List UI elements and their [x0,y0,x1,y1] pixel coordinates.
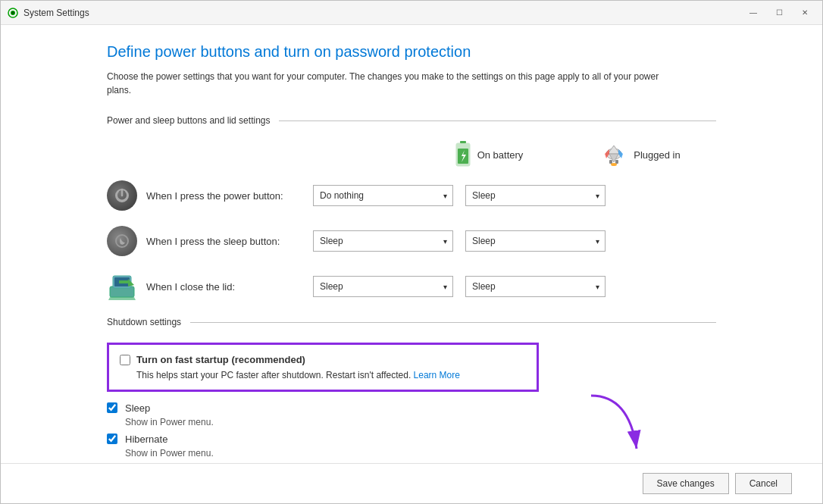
power-battery-dropdown-wrapper: Do nothing Sleep Hibernate Shut down Tur… [313,185,453,206]
window-controls: — ☐ ✕ [742,5,816,20]
svg-rect-11 [615,160,618,164]
sleep-button-row: When I press the sleep button: Sleep Do … [107,226,716,256]
fast-startup-description: This helps start your PC faster after sh… [136,370,526,380]
lid-battery-dropdown[interactable]: Sleep Do nothing Hibernate Shut down [313,276,453,297]
plugged-col-header: Plugged in [565,143,716,166]
sleep-button-label: When I press the sleep button: [146,236,313,247]
sleep-checkbox[interactable] [107,402,117,413]
battery-icon [455,141,471,168]
cancel-button[interactable]: Cancel [735,473,792,494]
sleep-plugged-dropdown[interactable]: Sleep Do nothing Hibernate Shut down [465,230,606,252]
shutdown-section: Turn on fast startup (recommended) This … [107,343,716,463]
main-content: Define power buttons and turn on passwor… [1,25,822,463]
hibernate-checkbox[interactable] [107,434,117,444]
hibernate-label: Hibernate [125,434,167,445]
footer: Save changes Cancel [1,463,822,503]
power-plugged-dropdown[interactable]: Sleep Do nothing Hibernate Shut down [465,185,606,206]
power-button-icon [107,180,137,211]
close-button[interactable]: ✕ [793,5,816,20]
main-window: System Settings — ☐ ✕ Define power butto… [0,0,823,504]
titlebar: System Settings — ☐ ✕ [1,1,822,25]
section1-line [279,121,716,121]
fast-startup-checkbox[interactable] [120,355,130,365]
sleep-label: Sleep [125,402,150,414]
sleep-battery-dropdown[interactable]: Sleep Do nothing Hibernate Shut down [313,230,453,252]
learn-more-link[interactable]: Learn More [414,370,460,380]
sleep-button-dropdowns: Sleep Do nothing Hibernate Shut down ▾ S… [313,230,606,252]
section2-divider: Shutdown settings [107,317,716,327]
section1-divider: Power and sleep buttons and lid settings [107,115,716,126]
power-button-dropdowns: Do nothing Sleep Hibernate Shut down Tur… [313,185,606,206]
titlebar-left: System Settings [7,7,89,19]
battery-col-header: On battery [413,141,565,168]
column-headers: On battery Plugged in [107,141,716,168]
page-description: Choose the power settings that you want … [107,70,675,97]
lid-label: When I close the lid: [146,281,313,293]
window-title: System Settings [23,8,89,18]
lid-row: When I close the lid: Sleep Do nothing H… [107,271,716,302]
plugged-col-label: Plugged in [634,149,680,161]
lid-icon [107,271,137,302]
hibernate-sublabel: Show in Power menu. [125,448,716,459]
sleep-item: Sleep [107,402,716,414]
fast-startup-row: Turn on fast startup (recommended) [120,354,526,365]
sleep-battery-dropdown-wrapper: Sleep Do nothing Hibernate Shut down ▾ [313,230,453,252]
hibernate-item: Hibernate [107,434,716,445]
plugged-icon [600,143,627,166]
svg-point-2 [11,11,14,14]
lid-plugged-dropdown-wrapper: Sleep Do nothing Hibernate Shut down ▾ [465,276,606,297]
section1-label: Power and sleep buttons and lid settings [107,115,270,126]
lid-plugged-dropdown[interactable]: Sleep Do nothing Hibernate Shut down [465,276,606,297]
save-changes-button[interactable]: Save changes [643,473,729,494]
page-title: Define power buttons and turn on passwor… [107,43,716,61]
section2-line [190,322,716,323]
svg-rect-10 [609,160,612,164]
minimize-button[interactable]: — [742,5,765,20]
app-icon [7,7,19,19]
fast-startup-label: Turn on fast startup (recommended) [136,354,305,365]
power-battery-dropdown[interactable]: Do nothing Sleep Hibernate Shut down Tur… [313,185,453,206]
lid-dropdowns: Sleep Do nothing Hibernate Shut down ▾ S… [313,276,606,297]
sleep-sublabel: Show in Power menu. [125,417,716,427]
power-plugged-dropdown-wrapper: Sleep Do nothing Hibernate Shut down ▾ [465,185,606,206]
svg-point-12 [611,163,617,166]
battery-col-label: On battery [477,149,524,161]
fast-startup-container: Turn on fast startup (recommended) This … [107,343,539,392]
power-button-label: When I press the power button: [146,190,313,202]
sleep-button-icon [107,226,137,256]
svg-marker-21 [108,297,136,300]
power-button-row: When I press the power button: Do nothin… [107,180,716,211]
lid-battery-dropdown-wrapper: Sleep Do nothing Hibernate Shut down ▾ [313,276,453,297]
section2-label: Shutdown settings [107,317,181,327]
sleep-plugged-dropdown-wrapper: Sleep Do nothing Hibernate Shut down ▾ [465,230,606,252]
maximize-button[interactable]: ☐ [768,5,790,20]
